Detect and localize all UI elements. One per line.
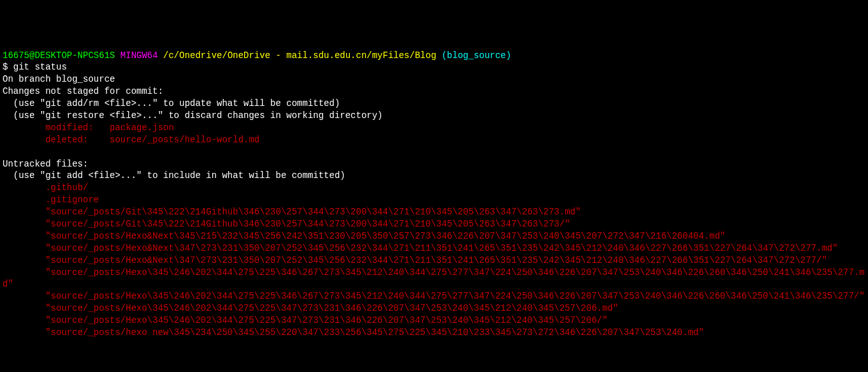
untracked-file: "source/_posts/Hexo&Next\345\215\232\345… [3,230,865,242]
terminal-output[interactable]: 16675@DESKTOP-NPCS61S MINGW64 /c/Onedriv… [3,50,865,339]
untracked-file: "source/_posts/Git\345\222\214Github\346… [3,206,865,218]
untracked-file: "source/_posts/Hexo\345\246\202\344\275\… [3,267,865,291]
prompt-system: MINGW64 [120,50,158,61]
untracked-file: .github/ [3,182,865,194]
untracked-header: Untracked files: [3,158,865,170]
prompt-user: 16675@DESKTOP-NPCS61S [3,50,115,61]
untracked-file: "source/_posts/Hexo&Next\347\273\231\350… [3,242,865,255]
prompt-dollar: $ [3,62,8,72]
untracked-file: .gitignore [3,194,865,206]
changes-header: Changes not staged for commit: [3,86,865,98]
untracked-file: "source/_posts/Hexo&Next\347\273\231\350… [3,255,865,267]
untracked-file: "source/_posts/Hexo\345\246\202\344\275\… [3,302,865,315]
untracked-file: "source/_posts/Hexo\345\246\202\344\275\… [3,315,865,327]
deleted-file: deleted: source/_posts/hello-world.md [3,134,865,146]
blank-line [3,146,865,158]
untracked-file: "source/_posts/Git\345\222\214Github\346… [3,218,865,230]
prompt-path: /c/Onedrive/OneDrive - mail.sdu.edu.cn/m… [163,50,436,61]
prompt-line: 16675@DESKTOP-NPCS61S MINGW64 /c/Onedriv… [3,50,865,62]
branch-info: On branch blog_source [3,73,865,86]
command-line: $ git status [3,61,865,73]
untracked-hint: (use "git add <file>..." to include in w… [3,170,865,182]
prompt-branch: (blog_source) [442,50,511,61]
untracked-file: "source/_posts/hexo new\345\234\250\345\… [3,327,865,339]
untracked-file: "source/_posts/Hexo\345\246\202\344\275\… [3,290,865,302]
modified-file: modified: package.json [3,122,865,134]
git-command: git status [13,62,67,72]
hint-restore: (use "git restore <file>..." to discard … [3,110,865,122]
hint-add: (use "git add/rm <file>..." to update wh… [3,98,865,110]
